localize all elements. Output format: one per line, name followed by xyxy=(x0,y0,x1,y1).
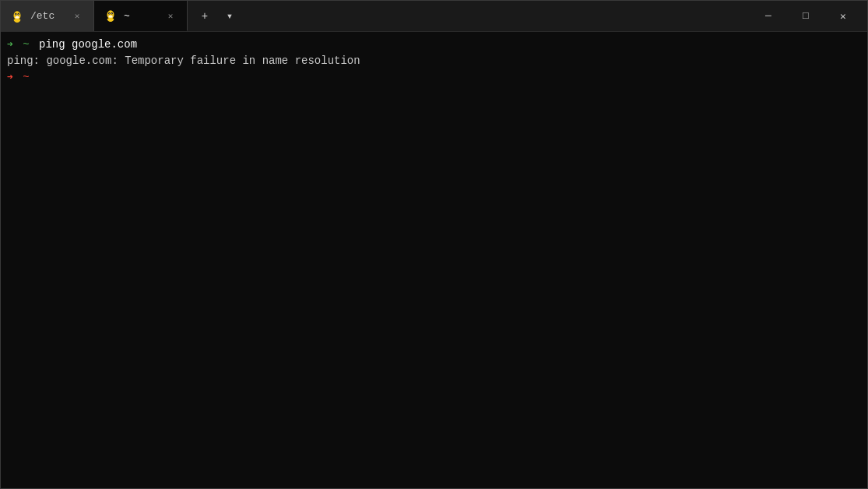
prompt-tilde-2: ~ xyxy=(16,69,30,86)
prompt-arrow-red: ➜ xyxy=(7,70,13,86)
svg-point-9 xyxy=(109,13,110,14)
prompt-tilde-1: ~ xyxy=(16,37,30,53)
tab-etc-close[interactable]: ✕ xyxy=(70,9,84,23)
output-text: ping: google.com: Temporary failure in n… xyxy=(7,53,360,69)
linux-icon-tab1 xyxy=(10,9,24,23)
terminal-window: /etc ✕ ~ ✕ xyxy=(0,0,868,489)
close-button[interactable]: ✕ xyxy=(825,1,861,32)
svg-point-11 xyxy=(108,15,113,17)
terminal-line-1: ➜ ~ ping google.com xyxy=(7,37,861,53)
minimize-button[interactable]: ─ xyxy=(750,1,786,32)
maximize-button[interactable]: □ xyxy=(788,1,824,32)
new-tab-button[interactable]: + xyxy=(194,5,216,27)
tabs-controls: + ▾ xyxy=(188,1,247,31)
linux-icon-tab2 xyxy=(104,9,118,23)
tab-home-close[interactable]: ✕ xyxy=(163,9,177,23)
tabs-area: /etc ✕ ~ ✕ xyxy=(1,1,744,31)
svg-point-3 xyxy=(16,13,16,14)
terminal-line-3: ➜ ~ xyxy=(7,69,861,86)
prompt-arrow-green: ➜ xyxy=(7,37,13,53)
terminal-line-2: ping: google.com: Temporary failure in n… xyxy=(7,53,861,69)
command-text: ping google.com xyxy=(33,37,137,53)
svg-point-5 xyxy=(15,16,19,18)
terminal-body[interactable]: ➜ ~ ping google.com ping: google.com: Te… xyxy=(1,32,867,488)
tab-home-label: ~ xyxy=(124,10,157,22)
tab-etc-label: /etc xyxy=(30,10,64,22)
window-controls: ─ □ ✕ xyxy=(744,1,867,31)
tab-etc[interactable]: /etc ✕ xyxy=(1,1,94,31)
svg-point-10 xyxy=(111,13,112,14)
title-bar: /etc ✕ ~ ✕ xyxy=(1,1,867,32)
tab-home[interactable]: ~ ✕ xyxy=(94,1,188,31)
svg-point-4 xyxy=(18,13,19,14)
dropdown-button[interactable]: ▾ xyxy=(219,5,241,27)
